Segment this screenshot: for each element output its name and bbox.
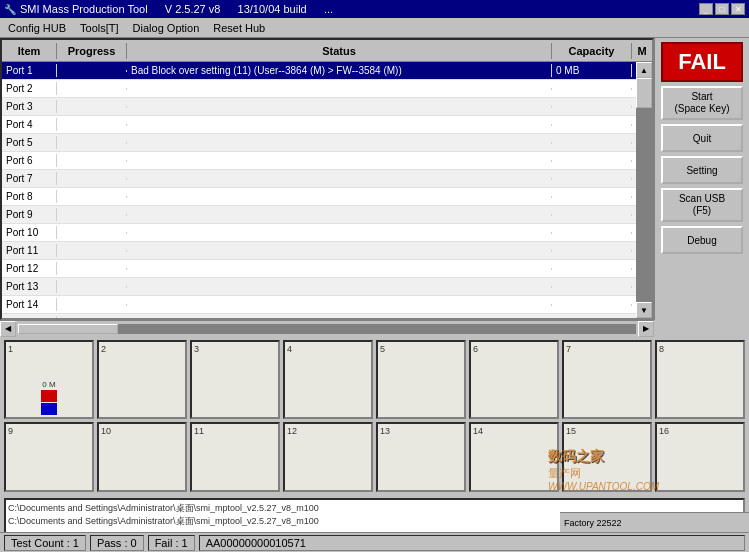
cell-item: Port 3 (2, 100, 57, 113)
port-number: 7 (566, 344, 571, 354)
header-capacity: Capacity (552, 43, 632, 59)
factory-area: Factory 22522 (560, 512, 749, 532)
cell-status: Bad Block over setting (11) (User--3864 … (127, 64, 552, 77)
table-row[interactable]: Port 12 (2, 260, 652, 278)
cell-status (127, 178, 552, 180)
table-row[interactable]: Port 3 (2, 98, 652, 116)
main-content: Item Progress Status Capacity M Port 1 B… (0, 38, 749, 320)
hscroll-thumb[interactable] (18, 324, 118, 334)
port-cell-5[interactable]: 5 (376, 340, 466, 419)
port-number: 11 (194, 426, 204, 436)
cell-capacity (552, 268, 632, 270)
port-cell-16[interactable]: 16 (655, 422, 745, 492)
cell-progress (57, 250, 127, 252)
table-body: Port 1 Bad Block over setting (11) (User… (2, 62, 652, 318)
port-cell-4[interactable]: 4 (283, 340, 373, 419)
setting-button[interactable]: Setting (661, 156, 743, 184)
vscroll-down-button[interactable]: ▼ (636, 302, 652, 318)
menu-dialog-option[interactable]: Dialog Option (127, 20, 206, 36)
menu-tools[interactable]: Tools[T] (74, 20, 125, 36)
hscroll-left-button[interactable]: ◀ (0, 321, 16, 337)
cell-item: Port 11 (2, 244, 57, 257)
app-title: SMI Mass Production Tool (20, 3, 148, 15)
cell-status (127, 304, 552, 306)
title-bar: 🔧 SMI Mass Production Tool V 2.5.27 v8 1… (0, 0, 749, 18)
table-row[interactable]: Port 7 (2, 170, 652, 188)
port-cell-6[interactable]: 6 (469, 340, 559, 419)
fail-badge: FAIL (661, 42, 743, 82)
port-cell-11[interactable]: 11 (190, 422, 280, 492)
cell-progress (57, 214, 127, 216)
port-cell-12[interactable]: 12 (283, 422, 373, 492)
cell-item: Port 12 (2, 262, 57, 275)
minimize-button[interactable]: _ (699, 3, 713, 15)
pass-count: Pass : 0 (90, 535, 144, 551)
table-row[interactable]: Port 15 (2, 314, 652, 318)
cell-status (127, 268, 552, 270)
port-cell-1[interactable]: 1 0 M (4, 340, 94, 419)
cell-progress (57, 286, 127, 288)
cell-status (127, 142, 552, 144)
cell-item: Port 10 (2, 226, 57, 239)
port-number: 13 (380, 426, 390, 436)
port-number: 15 (566, 426, 576, 436)
debug-button[interactable]: Debug (661, 226, 743, 254)
port-cell-8[interactable]: 8 (655, 340, 745, 419)
cell-status (127, 160, 552, 162)
table-row[interactable]: Port 6 (2, 152, 652, 170)
port-cell-13[interactable]: 13 (376, 422, 466, 492)
port-number: 4 (287, 344, 292, 354)
table-row[interactable]: Port 1 Bad Block over setting (11) (User… (2, 62, 652, 80)
vscroll-up-button[interactable]: ▲ (636, 62, 652, 78)
cell-capacity: 0 MB (552, 64, 632, 77)
close-button[interactable]: ✕ (731, 3, 745, 15)
table-row[interactable]: Port 14 (2, 296, 652, 314)
port-cell-7[interactable]: 7 (562, 340, 652, 419)
maximize-button[interactable]: □ (715, 3, 729, 15)
cell-progress (57, 106, 127, 108)
table-row[interactable]: Port 2 (2, 80, 652, 98)
hscroll-right-button[interactable]: ▶ (638, 321, 654, 337)
table-row[interactable]: Port 11 (2, 242, 652, 260)
cell-capacity (552, 160, 632, 162)
port-cell-14[interactable]: 14 (469, 422, 559, 492)
cell-item: Port 8 (2, 190, 57, 203)
cell-status (127, 124, 552, 126)
cell-capacity (552, 124, 632, 126)
port-number: 3 (194, 344, 199, 354)
cell-capacity (552, 304, 632, 306)
cell-item: Port 5 (2, 136, 57, 149)
table-header: Item Progress Status Capacity M (2, 40, 652, 62)
table-row[interactable]: Port 4 (2, 116, 652, 134)
indicator-blue (41, 403, 57, 415)
quit-button[interactable]: Quit (661, 124, 743, 152)
cell-progress (57, 142, 127, 144)
table-row[interactable]: Port 13 (2, 278, 652, 296)
factory-value: 22522 (597, 518, 622, 528)
table-row[interactable]: Port 9 (2, 206, 652, 224)
port-number: 10 (101, 426, 111, 436)
table-row[interactable]: Port 8 (2, 188, 652, 206)
table-row[interactable]: Port 5 (2, 134, 652, 152)
port-cell-9[interactable]: 9 (4, 422, 94, 492)
cell-progress (57, 304, 127, 306)
cell-capacity (552, 142, 632, 144)
cell-capacity (552, 88, 632, 90)
cell-progress (57, 196, 127, 198)
port-cell-3[interactable]: 3 (190, 340, 280, 419)
port-number: 14 (473, 426, 483, 436)
cell-status (127, 214, 552, 216)
port-cell-2[interactable]: 2 (97, 340, 187, 419)
status-bar: Test Count : 1 Pass : 0 Fail : 1 AA00000… (0, 532, 749, 552)
menu-reset-hub[interactable]: Reset Hub (207, 20, 271, 36)
header-progress: Progress (57, 43, 127, 59)
cell-progress (57, 88, 127, 90)
port-cell-15[interactable]: 15 (562, 422, 652, 492)
start-button[interactable]: Start (Space Key) (661, 86, 743, 120)
vscroll-thumb[interactable] (636, 78, 652, 108)
table-row[interactable]: Port 10 (2, 224, 652, 242)
right-panel: FAIL Start (Space Key) Quit Setting Scan… (654, 38, 749, 320)
scan-usb-button[interactable]: Scan USB (F5) (661, 188, 743, 222)
port-cell-10[interactable]: 10 (97, 422, 187, 492)
menu-config-hub[interactable]: Config HUB (2, 20, 72, 36)
